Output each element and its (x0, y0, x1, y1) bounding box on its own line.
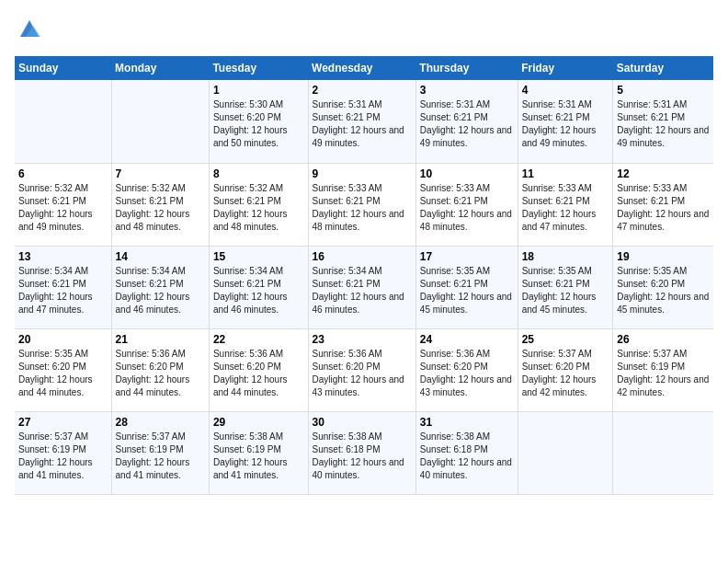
calendar-table: SundayMondayTuesdayWednesdayThursdayFrid… (15, 56, 713, 495)
day-info: Sunrise: 5:33 AM Sunset: 6:21 PM Dayligh… (617, 182, 710, 234)
calendar-cell: 13Sunrise: 5:34 AM Sunset: 6:21 PM Dayli… (15, 246, 111, 328)
day-header-saturday: Saturday (613, 56, 713, 80)
day-info: Sunrise: 5:36 AM Sunset: 6:20 PM Dayligh… (313, 348, 412, 399)
calendar-cell (518, 411, 613, 494)
day-info: Sunrise: 5:37 AM Sunset: 6:19 PM Dayligh… (116, 431, 205, 482)
day-header-wednesday: Wednesday (308, 56, 415, 80)
day-number: 30 (313, 416, 412, 429)
calendar-cell: 19Sunrise: 5:35 AM Sunset: 6:20 PM Dayli… (613, 246, 713, 328)
calendar-cell: 8Sunrise: 5:32 AM Sunset: 6:21 PM Daylig… (209, 163, 308, 246)
day-number: 12 (617, 167, 710, 180)
day-info: Sunrise: 5:30 AM Sunset: 6:20 PM Dayligh… (213, 98, 304, 150)
day-header-tuesday: Tuesday (209, 56, 308, 80)
day-number: 14 (116, 250, 205, 263)
day-number: 21 (116, 333, 205, 346)
calendar-cell: 17Sunrise: 5:35 AM Sunset: 6:21 PM Dayli… (415, 246, 518, 328)
day-number: 28 (116, 416, 205, 429)
day-number: 15 (213, 250, 304, 263)
calendar-cell: 14Sunrise: 5:34 AM Sunset: 6:21 PM Dayli… (111, 246, 209, 328)
day-info: Sunrise: 5:31 AM Sunset: 6:21 PM Dayligh… (617, 98, 710, 150)
day-info: Sunrise: 5:38 AM Sunset: 6:19 PM Dayligh… (213, 431, 304, 482)
week-row-1: 6Sunrise: 5:32 AM Sunset: 6:21 PM Daylig… (15, 163, 713, 246)
day-number: 4 (522, 84, 609, 97)
day-info: Sunrise: 5:37 AM Sunset: 6:20 PM Dayligh… (522, 348, 609, 399)
calendar-cell: 15Sunrise: 5:34 AM Sunset: 6:21 PM Dayli… (209, 246, 308, 328)
day-info: Sunrise: 5:35 AM Sunset: 6:21 PM Dayligh… (420, 265, 514, 316)
calendar-cell (15, 80, 111, 163)
calendar-cell: 18Sunrise: 5:35 AM Sunset: 6:21 PM Dayli… (518, 246, 613, 328)
day-number: 31 (420, 416, 514, 429)
week-row-2: 13Sunrise: 5:34 AM Sunset: 6:21 PM Dayli… (15, 246, 713, 328)
day-info: Sunrise: 5:34 AM Sunset: 6:21 PM Dayligh… (116, 265, 205, 316)
day-number: 22 (213, 333, 304, 346)
logo-icon (17, 15, 42, 40)
calendar-cell: 27Sunrise: 5:37 AM Sunset: 6:19 PM Dayli… (15, 411, 111, 494)
day-number: 11 (522, 167, 609, 180)
calendar-cell: 7Sunrise: 5:32 AM Sunset: 6:21 PM Daylig… (111, 163, 209, 246)
calendar-cell: 31Sunrise: 5:38 AM Sunset: 6:18 PM Dayli… (415, 411, 518, 494)
day-info: Sunrise: 5:31 AM Sunset: 6:21 PM Dayligh… (522, 98, 609, 150)
day-number: 2 (313, 84, 412, 97)
day-header-thursday: Thursday (415, 56, 518, 80)
day-number: 9 (313, 167, 412, 180)
day-info: Sunrise: 5:34 AM Sunset: 6:21 PM Dayligh… (18, 265, 108, 316)
calendar-cell: 24Sunrise: 5:36 AM Sunset: 6:20 PM Dayli… (415, 328, 518, 411)
calendar-cell: 22Sunrise: 5:36 AM Sunset: 6:20 PM Dayli… (209, 328, 308, 411)
calendar-cell: 6Sunrise: 5:32 AM Sunset: 6:21 PM Daylig… (15, 163, 111, 246)
day-number: 13 (18, 250, 108, 263)
day-number: 16 (313, 250, 412, 263)
day-info: Sunrise: 5:37 AM Sunset: 6:19 PM Dayligh… (18, 431, 108, 482)
day-info: Sunrise: 5:32 AM Sunset: 6:21 PM Dayligh… (18, 182, 108, 234)
day-number: 18 (522, 250, 609, 263)
day-info: Sunrise: 5:36 AM Sunset: 6:20 PM Dayligh… (213, 348, 304, 399)
day-number: 27 (18, 416, 108, 429)
day-info: Sunrise: 5:36 AM Sunset: 6:20 PM Dayligh… (116, 348, 205, 399)
calendar-cell: 3Sunrise: 5:31 AM Sunset: 6:21 PM Daylig… (415, 80, 518, 163)
day-info: Sunrise: 5:34 AM Sunset: 6:21 PM Dayligh… (213, 265, 304, 316)
day-info: Sunrise: 5:32 AM Sunset: 6:21 PM Dayligh… (116, 182, 205, 234)
calendar-cell (613, 411, 713, 494)
day-number: 29 (213, 416, 304, 429)
calendar-cell: 21Sunrise: 5:36 AM Sunset: 6:20 PM Dayli… (111, 328, 209, 411)
calendar-cell: 23Sunrise: 5:36 AM Sunset: 6:20 PM Dayli… (308, 328, 415, 411)
calendar-cell: 1Sunrise: 5:30 AM Sunset: 6:20 PM Daylig… (209, 80, 308, 163)
day-number: 23 (313, 333, 412, 346)
calendar-cell: 2Sunrise: 5:31 AM Sunset: 6:21 PM Daylig… (308, 80, 415, 163)
day-info: Sunrise: 5:36 AM Sunset: 6:20 PM Dayligh… (420, 348, 514, 399)
day-info: Sunrise: 5:34 AM Sunset: 6:21 PM Dayligh… (313, 265, 412, 316)
calendar-cell: 4Sunrise: 5:31 AM Sunset: 6:21 PM Daylig… (518, 80, 613, 163)
day-number: 24 (420, 333, 514, 346)
week-row-4: 27Sunrise: 5:37 AM Sunset: 6:19 PM Dayli… (15, 411, 713, 494)
day-number: 26 (617, 333, 710, 346)
day-header-monday: Monday (111, 56, 209, 80)
page-header (15, 15, 713, 45)
calendar-cell: 26Sunrise: 5:37 AM Sunset: 6:19 PM Dayli… (613, 328, 713, 411)
week-row-0: 1Sunrise: 5:30 AM Sunset: 6:20 PM Daylig… (15, 80, 713, 163)
day-info: Sunrise: 5:37 AM Sunset: 6:19 PM Dayligh… (617, 348, 710, 399)
day-number: 1 (213, 84, 304, 97)
calendar-cell: 5Sunrise: 5:31 AM Sunset: 6:21 PM Daylig… (613, 80, 713, 163)
day-info: Sunrise: 5:35 AM Sunset: 6:20 PM Dayligh… (617, 265, 710, 316)
day-info: Sunrise: 5:31 AM Sunset: 6:21 PM Dayligh… (420, 98, 514, 150)
day-header-friday: Friday (518, 56, 613, 80)
day-number: 8 (213, 167, 304, 180)
day-info: Sunrise: 5:33 AM Sunset: 6:21 PM Dayligh… (313, 182, 412, 234)
day-number: 10 (420, 167, 514, 180)
calendar-cell: 29Sunrise: 5:38 AM Sunset: 6:19 PM Dayli… (209, 411, 308, 494)
calendar-cell (111, 80, 209, 163)
day-info: Sunrise: 5:38 AM Sunset: 6:18 PM Dayligh… (420, 431, 514, 482)
calendar-cell: 25Sunrise: 5:37 AM Sunset: 6:20 PM Dayli… (518, 328, 613, 411)
logo (15, 15, 42, 45)
day-number: 6 (18, 167, 108, 180)
day-info: Sunrise: 5:33 AM Sunset: 6:21 PM Dayligh… (420, 182, 514, 234)
calendar-cell: 12Sunrise: 5:33 AM Sunset: 6:21 PM Dayli… (613, 163, 713, 246)
day-info: Sunrise: 5:35 AM Sunset: 6:20 PM Dayligh… (18, 348, 108, 399)
calendar-cell: 10Sunrise: 5:33 AM Sunset: 6:21 PM Dayli… (415, 163, 518, 246)
day-number: 5 (617, 84, 710, 97)
calendar-cell: 11Sunrise: 5:33 AM Sunset: 6:21 PM Dayli… (518, 163, 613, 246)
calendar-cell: 28Sunrise: 5:37 AM Sunset: 6:19 PM Dayli… (111, 411, 209, 494)
day-info: Sunrise: 5:33 AM Sunset: 6:21 PM Dayligh… (522, 182, 609, 234)
day-info: Sunrise: 5:31 AM Sunset: 6:21 PM Dayligh… (313, 98, 412, 150)
week-row-3: 20Sunrise: 5:35 AM Sunset: 6:20 PM Dayli… (15, 328, 713, 411)
day-header-row: SundayMondayTuesdayWednesdayThursdayFrid… (15, 56, 713, 80)
